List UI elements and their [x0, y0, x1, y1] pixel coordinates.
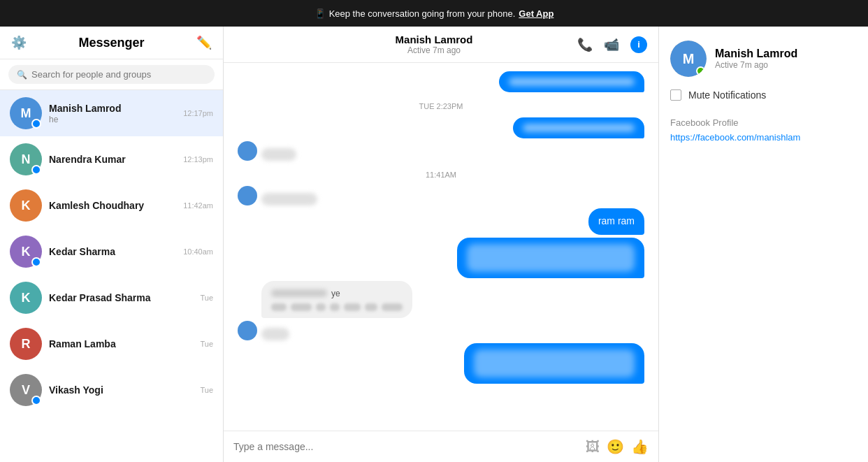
contact-item[interactable]: NNarendra Kumar12:13pm — [0, 136, 223, 182]
fb-profile-link[interactable]: https://facebook.com/manishlam — [670, 132, 800, 143]
contact-name: Kedar Prasad Sharma — [49, 292, 193, 303]
avatar: K — [10, 282, 42, 314]
chat-header: Manish Lamrod Active 7m ago 📞 📹 i — [224, 27, 658, 63]
search-wrap: 🔍 — [8, 65, 215, 84]
message-row — [238, 186, 644, 205]
contacts-list: MManish Lamrodhe12:17pmNNarendra Kumar12… — [0, 90, 223, 462]
contact-info: Narendra Kumar — [49, 154, 176, 166]
message-row: ram ram — [238, 208, 644, 235]
settings-button[interactable]: ⚙️ — [11, 35, 27, 50]
message-bubble — [261, 193, 317, 205]
mute-notifications-row: Mute Notifications — [670, 87, 857, 103]
message-bubble — [513, 117, 644, 138]
message-bubble — [457, 238, 644, 278]
message-avatar — [238, 141, 257, 161]
rp-profile: M Manish Lamrod Active 7m ago — [670, 41, 857, 77]
online-dot — [31, 257, 41, 267]
rp-avatar: M — [670, 41, 707, 77]
message-row — [238, 141, 644, 161]
contact-info: Kedar Sharma — [49, 246, 176, 258]
get-app-link[interactable]: Get App — [519, 8, 554, 19]
contact-name: Raman Lamba — [49, 338, 193, 349]
search-input[interactable] — [31, 69, 206, 80]
chat-contact-status: Active 7m ago — [396, 45, 473, 55]
message-avatar — [238, 186, 257, 205]
avatar: K — [10, 189, 42, 222]
contact-item[interactable]: KKedar Prasad SharmaTue — [0, 275, 223, 321]
compose-button[interactable]: ✏️ — [196, 35, 212, 50]
contact-item[interactable]: VVikash YogiTue — [0, 367, 223, 413]
contact-item[interactable]: KKamlesh Choudhary11:42am — [0, 182, 223, 229]
contact-time: Tue — [200, 340, 213, 348]
contact-name: Narendra Kumar — [49, 154, 176, 165]
search-bar: 🔍 — [0, 59, 223, 90]
avatar-wrap: V — [10, 374, 42, 406]
info-button[interactable]: i — [630, 36, 647, 53]
video-call-icon[interactable]: 📹 — [604, 37, 619, 52]
contact-time: 10:40am — [183, 247, 213, 256]
message-input[interactable] — [233, 441, 579, 452]
contact-time: 12:13pm — [183, 155, 213, 164]
avatar-wrap: R — [10, 328, 42, 360]
message-row — [238, 71, 644, 92]
rp-contact-name: Manish Lamrod — [715, 48, 797, 60]
contact-info: Vikash Yogi — [49, 384, 193, 396]
avatar-wrap: N — [10, 143, 42, 175]
chat-contact-name: Manish Lamrod — [396, 34, 473, 45]
mute-checkbox[interactable] — [670, 89, 681, 101]
phone-call-icon[interactable]: 📞 — [577, 37, 593, 52]
message-row — [238, 321, 644, 340]
avatar-wrap: K — [10, 189, 42, 222]
timestamp-divider: TUE 2:23PM — [238, 102, 644, 110]
contact-item[interactable]: KKedar Sharma10:40am — [0, 229, 223, 275]
message-bubble: ye — [261, 281, 412, 319]
fb-profile-title: Facebook Profile — [670, 117, 857, 128]
message-bubble — [261, 328, 289, 340]
avatar-wrap: K — [10, 282, 42, 314]
message-row — [238, 117, 644, 138]
chat-header-actions: 📞 📹 i — [577, 36, 647, 53]
contact-preview: he — [49, 115, 176, 124]
messages-area: TUE 2:23PM 11:41AM ram ram — [224, 63, 658, 431]
online-status-dot — [696, 66, 705, 75]
message-bubble — [464, 343, 644, 384]
contact-time: Tue — [200, 386, 213, 394]
banner-text: Keep the conversation going from your ph… — [329, 8, 516, 19]
emoji-icon[interactable]: 🙂 — [607, 438, 624, 455]
contact-time: 11:42am — [183, 201, 213, 210]
chat-area: Manish Lamrod Active 7m ago 📞 📹 i TUE 2:… — [224, 27, 658, 462]
mute-label: Mute Notifications — [688, 89, 766, 101]
message-row — [238, 238, 644, 278]
sidebar-header: ⚙️ Messenger ✏️ — [0, 27, 223, 59]
message-bubble — [499, 71, 644, 92]
contact-name: Kamlesh Choudhary — [49, 200, 176, 211]
message-row — [238, 343, 644, 384]
contact-name: Kedar Sharma — [49, 246, 176, 257]
image-icon[interactable]: 🖼 — [586, 439, 600, 455]
online-dot — [31, 396, 41, 405]
contact-name: Manish Lamrod — [49, 103, 176, 114]
contact-name: Vikash Yogi — [49, 384, 193, 396]
avatar: R — [10, 328, 42, 360]
contact-time: 12:17pm — [183, 109, 213, 117]
message-bubble: ram ram — [588, 208, 644, 235]
contact-item[interactable]: RRaman LambaTue — [0, 321, 223, 367]
fb-profile-section: Facebook Profile https://facebook.com/ma… — [670, 117, 857, 143]
contact-item[interactable]: MManish Lamrodhe12:17pm — [0, 90, 223, 136]
contact-info: Kedar Prasad Sharma — [49, 292, 193, 304]
sidebar-title: Messenger — [78, 36, 144, 50]
message-row: ye — [238, 281, 644, 319]
online-dot — [31, 165, 41, 175]
timestamp-divider: 11:41AM — [238, 171, 644, 179]
message-bubble — [261, 148, 296, 161]
chat-input-area: 🖼 🙂 👍 — [224, 431, 658, 462]
contact-info: Kamlesh Choudhary — [49, 200, 176, 212]
sidebar: ⚙️ Messenger ✏️ 🔍 MManish Lamrodhe12:17p… — [0, 27, 224, 462]
phone-icon: 📱 — [314, 8, 326, 19]
search-icon: 🔍 — [17, 70, 27, 80]
rp-contact-info: Manish Lamrod Active 7m ago — [715, 48, 797, 70]
chat-header-center: Manish Lamrod Active 7m ago — [396, 34, 473, 55]
contact-info: Manish Lamrodhe — [49, 103, 176, 124]
message-avatar — [238, 321, 257, 340]
thumbsup-icon[interactable]: 👍 — [631, 438, 649, 455]
